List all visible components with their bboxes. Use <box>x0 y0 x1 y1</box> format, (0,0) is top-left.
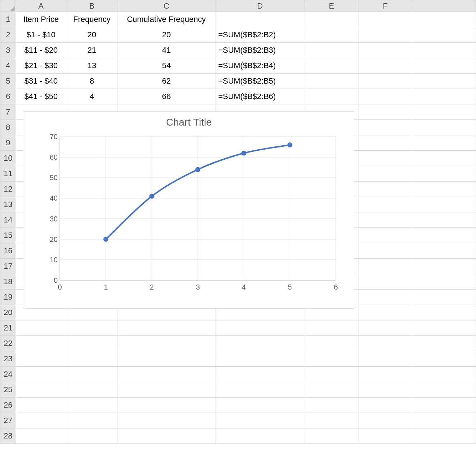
cell-G15[interactable] <box>412 228 476 243</box>
cell-A27[interactable] <box>16 413 66 428</box>
cell-B1[interactable]: Frequency <box>66 12 118 27</box>
cell-D26[interactable] <box>215 398 305 413</box>
cell-F17[interactable] <box>358 259 412 274</box>
cell-C23[interactable] <box>118 351 215 367</box>
cell-E28[interactable] <box>305 428 358 444</box>
cell-G7[interactable] <box>412 104 476 120</box>
cell-D4[interactable]: =SUM($B$2:B4) <box>215 58 305 74</box>
cell-D6[interactable]: =SUM($B$2:B6) <box>215 89 305 104</box>
cell-F19[interactable] <box>358 290 412 305</box>
cell-E25[interactable] <box>305 382 358 398</box>
cell-G25[interactable] <box>412 382 476 398</box>
cell-G9[interactable] <box>412 135 476 151</box>
cell-G23[interactable] <box>412 351 476 367</box>
cell-B23[interactable] <box>66 351 118 367</box>
cell-B6[interactable]: 4 <box>66 89 118 104</box>
row-header-13[interactable]: 13 <box>0 197 16 212</box>
cell-D5[interactable]: =SUM($B$2:B5) <box>215 74 305 89</box>
cell-F10[interactable] <box>358 151 412 166</box>
cell-G13[interactable] <box>412 197 476 212</box>
cell-E6[interactable] <box>305 89 358 104</box>
cell-G21[interactable] <box>412 320 476 336</box>
cell-A6[interactable]: $41 - $50 <box>16 89 66 104</box>
select-all-corner[interactable] <box>0 0 16 12</box>
cell-F28[interactable] <box>358 428 412 444</box>
cell-G18[interactable] <box>412 274 476 290</box>
cell-B2[interactable]: 20 <box>66 27 118 43</box>
cell-F27[interactable] <box>358 413 412 428</box>
embedded-chart[interactable]: Chart Title 010203040506070 0123456 <box>24 111 354 309</box>
cell-F22[interactable] <box>358 336 412 351</box>
cell-G14[interactable] <box>412 212 476 228</box>
cell-G1[interactable] <box>412 12 476 27</box>
cell-F13[interactable] <box>358 197 412 212</box>
row-header-20[interactable]: 20 <box>0 305 16 320</box>
cell-B22[interactable] <box>66 336 118 351</box>
cell-F26[interactable] <box>358 398 412 413</box>
cell-F4[interactable] <box>358 58 412 74</box>
cell-G12[interactable] <box>412 182 476 197</box>
cell-F21[interactable] <box>358 320 412 336</box>
cell-F18[interactable] <box>358 274 412 290</box>
row-header-18[interactable]: 18 <box>0 274 16 290</box>
cell-F1[interactable] <box>358 12 412 27</box>
cell-G24[interactable] <box>412 367 476 382</box>
cell-C28[interactable] <box>118 428 215 444</box>
row-header-8[interactable]: 8 <box>0 120 16 135</box>
cell-G22[interactable] <box>412 336 476 351</box>
cell-F16[interactable] <box>358 243 412 259</box>
cell-F25[interactable] <box>358 382 412 398</box>
cell-D2[interactable]: =SUM($B$2:B2) <box>215 27 305 43</box>
cell-B3[interactable]: 21 <box>66 43 118 58</box>
cell-B4[interactable]: 13 <box>66 58 118 74</box>
row-header-10[interactable]: 10 <box>0 151 16 166</box>
cell-B5[interactable]: 8 <box>66 74 118 89</box>
cell-C5[interactable]: 62 <box>118 74 215 89</box>
cell-C2[interactable]: 20 <box>118 27 215 43</box>
row-header-25[interactable]: 25 <box>0 382 16 398</box>
cell-F12[interactable] <box>358 182 412 197</box>
cell-E3[interactable] <box>305 43 358 58</box>
cell-G10[interactable] <box>412 151 476 166</box>
cell-F7[interactable] <box>358 104 412 120</box>
cell-C1[interactable]: Cumulative Frequency <box>118 12 215 27</box>
cell-B26[interactable] <box>66 398 118 413</box>
cell-A23[interactable] <box>16 351 66 367</box>
cell-F3[interactable] <box>358 43 412 58</box>
cell-E23[interactable] <box>305 351 358 367</box>
cell-C4[interactable]: 54 <box>118 58 215 74</box>
row-header-9[interactable]: 9 <box>0 135 16 151</box>
cell-G8[interactable] <box>412 120 476 135</box>
cell-E26[interactable] <box>305 398 358 413</box>
row-header-22[interactable]: 22 <box>0 336 16 351</box>
cell-D24[interactable] <box>215 367 305 382</box>
row-header-7[interactable]: 7 <box>0 104 16 120</box>
cell-C3[interactable]: 41 <box>118 43 215 58</box>
row-header-24[interactable]: 24 <box>0 367 16 382</box>
cell-G17[interactable] <box>412 259 476 274</box>
cell-F11[interactable] <box>358 166 412 182</box>
row-header-23[interactable]: 23 <box>0 351 16 367</box>
cell-A25[interactable] <box>16 382 66 398</box>
cell-D25[interactable] <box>215 382 305 398</box>
row-header-2[interactable]: 2 <box>0 27 16 43</box>
cell-D28[interactable] <box>215 428 305 444</box>
cell-F20[interactable] <box>358 305 412 320</box>
row-header-19[interactable]: 19 <box>0 290 16 305</box>
cell-C26[interactable] <box>118 398 215 413</box>
cell-G2[interactable] <box>412 27 476 43</box>
cell-E5[interactable] <box>305 74 358 89</box>
cell-B21[interactable] <box>66 320 118 336</box>
cell-B28[interactable] <box>66 428 118 444</box>
col-header-A[interactable]: A <box>16 0 66 12</box>
cell-A21[interactable] <box>16 320 66 336</box>
cell-F24[interactable] <box>358 367 412 382</box>
cell-C22[interactable] <box>118 336 215 351</box>
cell-F14[interactable] <box>358 212 412 228</box>
cell-G11[interactable] <box>412 166 476 182</box>
cell-E1[interactable] <box>305 12 358 27</box>
row-header-6[interactable]: 6 <box>0 89 16 104</box>
cell-E22[interactable] <box>305 336 358 351</box>
cell-G19[interactable] <box>412 290 476 305</box>
cell-E21[interactable] <box>305 320 358 336</box>
